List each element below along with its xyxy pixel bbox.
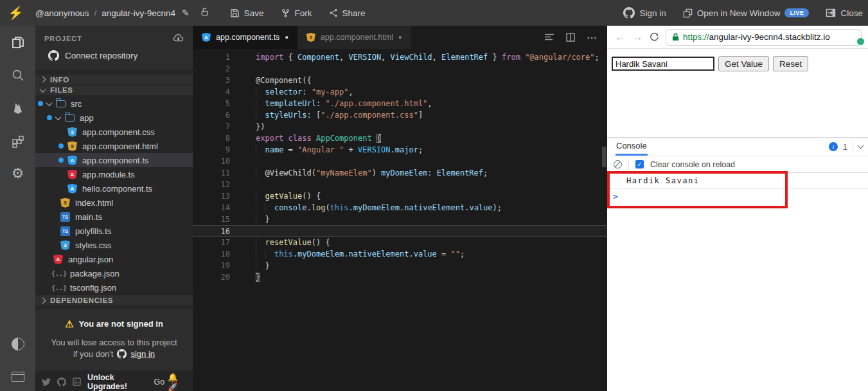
tree-item-polyfills.ts[interactable]: TSpolyfills.ts (35, 224, 193, 238)
file-name: index.html (75, 198, 113, 208)
dependencies-section-header[interactable]: DEPENDENCIES (35, 295, 193, 305)
tree-item-main.ts[interactable]: TSmain.ts (35, 210, 193, 224)
tree-item-package.json[interactable]: {..}package.json (35, 266, 193, 280)
refresh-icon[interactable] (650, 32, 659, 42)
twitter-icon[interactable] (42, 378, 51, 386)
project-name[interactable]: angular-ivy-9ecnn4 (102, 8, 175, 18)
code-line-14[interactable]: 14 console.log(this.myDomeElem.nativeEle… (193, 202, 607, 214)
tree-item-app.component.ts[interactable]: Aapp.component.ts (35, 153, 193, 167)
tree-item-hello.component.ts[interactable]: Ahello.component.ts (35, 181, 193, 196)
code-line-20[interactable]: 20} (193, 271, 607, 283)
line-number: 10 (193, 156, 238, 167)
bottom-panel-icon[interactable] (10, 369, 26, 385)
forward-icon[interactable]: → (632, 32, 643, 42)
username[interactable]: @anonymous (35, 8, 89, 18)
unlock-icon[interactable] (200, 7, 209, 19)
console-tab[interactable]: Console (616, 138, 648, 156)
unlock-upgrades[interactable]: Unlock Upgrades! Go 🔔🚀 (87, 372, 186, 391)
format-code-icon[interactable] (544, 33, 554, 41)
line-number: 7 (193, 121, 238, 132)
code-area[interactable]: 1import { Component, VERSION, ViewChild,… (193, 49, 607, 283)
code-line-16[interactable]: 16 (193, 225, 607, 237)
code-line-12[interactable]: 12 (193, 179, 607, 190)
tree-item-src[interactable]: src (35, 96, 193, 111)
get-value-button[interactable]: Get Value (718, 56, 769, 71)
code-line-17[interactable]: 17 resetValue() { (193, 237, 607, 248)
connect-repository-button[interactable]: Connect repository (43, 50, 185, 61)
fork-button[interactable]: Fork (281, 8, 312, 18)
file-name: hello.component.ts (82, 184, 152, 194)
sign-in-button[interactable]: Sign in (623, 7, 666, 19)
ts-file-icon: TS (60, 226, 70, 236)
back-icon[interactable]: ← (615, 32, 626, 42)
code-line-10[interactable]: 10 (193, 156, 607, 167)
extensions-icon[interactable] (10, 133, 26, 149)
tab-app-component-ts[interactable]: A app.component.ts ● (193, 26, 297, 49)
info-section-header[interactable]: INFO (35, 74, 193, 85)
code-line-2[interactable]: 2 (193, 63, 607, 75)
url-bar[interactable]: https://angular-ivy-9ecnn4.stackblitz.io (666, 29, 862, 46)
code-line-3[interactable]: 3@Component({ (193, 75, 607, 86)
connect-repository-label: Connect repository (65, 51, 137, 60)
tree-item-app[interactable]: app (35, 111, 193, 125)
code-line-18[interactable]: 18 this.myDomeElem.nativeElement.value =… (193, 248, 607, 260)
edit-project-name-icon[interactable]: ✎ (182, 8, 190, 18)
share-button[interactable]: Share (329, 8, 366, 18)
warning-body-line1: You will lose access to this project (42, 338, 186, 347)
line-number: 6 (193, 109, 238, 121)
code-line-7[interactable]: 7}) (193, 121, 607, 132)
tree-item-app.module.ts[interactable]: Aapp.module.ts (35, 167, 193, 181)
css-file-icon: 3 (60, 241, 70, 250)
code-line-1[interactable]: 1import { Component, VERSION, ViewChild,… (193, 51, 607, 63)
split-editor-icon[interactable] (566, 33, 575, 42)
github-footer-icon[interactable] (57, 377, 66, 386)
modified-dot: ● (398, 34, 402, 41)
sign-in-link[interactable]: sign in (130, 349, 155, 359)
code-line-8[interactable]: 8export class AppComponent { (193, 132, 607, 144)
code-line-19[interactable]: 19 } (193, 260, 607, 271)
file-name: app.component.ts (82, 156, 148, 165)
console-prompt-row[interactable]: > (607, 189, 868, 208)
code-text: getValue() { (238, 190, 321, 202)
tree-item-styles.css[interactable]: 3styles.css (35, 238, 193, 252)
code-line-11[interactable]: 11 @ViewChild("myNameElem") myDomeElem: … (193, 167, 607, 179)
project-files-icon[interactable] (10, 35, 26, 50)
save-button[interactable]: Save (230, 8, 264, 18)
tree-item-angular.json[interactable]: Aangular.json (35, 252, 193, 266)
file-name: angular.json (68, 255, 113, 264)
code-line-6[interactable]: 6 styleUrls: ["./app.component.css"] (193, 109, 607, 121)
firebase-deploy-icon[interactable] (10, 100, 26, 116)
editor-scrollbar[interactable] (602, 147, 607, 167)
modified-dot: ● (285, 34, 288, 41)
code-line-13[interactable]: 13 getValue() { (193, 190, 607, 202)
stackblitz-logo-icon[interactable]: ⚡ (8, 5, 24, 21)
tab-app-component-html[interactable]: 5 app.component.html ● (297, 26, 411, 49)
tree-item-index.html[interactable]: 5index.html (35, 196, 193, 210)
console-log-row[interactable]: Hardik Savani (607, 173, 868, 189)
reset-button[interactable]: Reset (773, 56, 808, 71)
tree-item-app.component.html[interactable]: 5app.component.html (35, 139, 193, 153)
more-actions-icon[interactable]: ⋯ (587, 32, 598, 44)
open-in-new-window-button[interactable]: Open in New Window LIVE (683, 8, 810, 18)
tree-item-tsconfig.json[interactable]: {..}tsconfig.json (35, 280, 193, 295)
chevron-down-icon[interactable] (858, 143, 864, 149)
theme-contrast-icon[interactable] (10, 336, 26, 352)
clear-console-icon[interactable] (614, 160, 622, 168)
code-line-9[interactable]: 9 name = "Angular " + VERSION.major; (193, 144, 607, 156)
files-section-header[interactable]: FILES (35, 85, 193, 96)
code-line-15[interactable]: 15 } (193, 214, 607, 225)
code-line-4[interactable]: 4 selector: "my-app", (193, 86, 607, 98)
cloud-download-icon[interactable] (173, 33, 184, 44)
community-icon[interactable] (73, 377, 81, 386)
code-line-5[interactable]: 5 templateUrl: "./app.component.html", (193, 98, 607, 109)
json-file-icon: {..} (53, 269, 65, 278)
angular-file-icon: A (202, 33, 211, 42)
ng-red-file-icon: A (53, 255, 63, 264)
search-icon[interactable] (10, 68, 26, 83)
settings-gear-icon[interactable]: ⚙ (10, 166, 26, 181)
tree-item-app.component.css[interactable]: 3app.component.css (35, 125, 193, 139)
ts-file-icon: TS (60, 212, 70, 222)
name-input[interactable] (612, 57, 714, 71)
close-preview-button[interactable]: Close (826, 8, 863, 18)
clear-on-reload-checkbox[interactable]: ✓ (635, 160, 644, 168)
